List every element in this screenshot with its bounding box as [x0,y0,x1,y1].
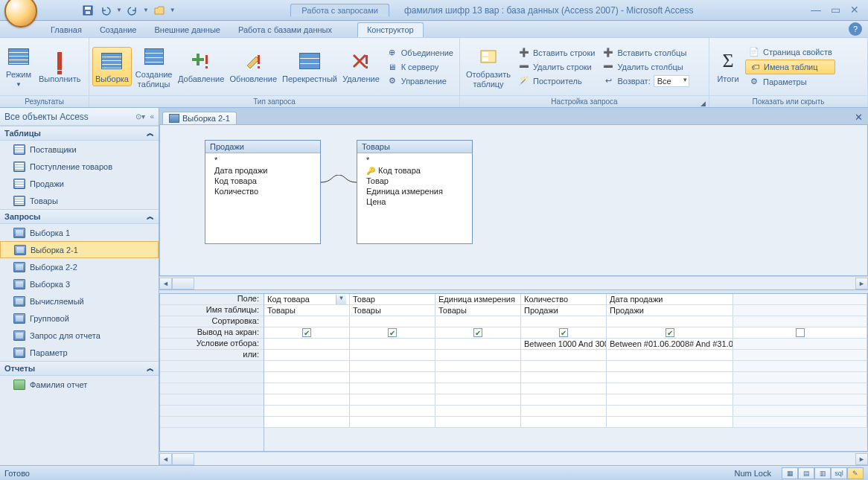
undo-icon[interactable] [98,3,113,18]
grid-cell-empty[interactable] [733,372,867,383]
view-sql-button[interactable]: sql [831,467,847,479]
field-star[interactable]: * [357,155,472,165]
grid-cell[interactable] [264,350,350,360]
grid-cell[interactable] [521,406,607,416]
field-key[interactable]: 🔑Код товара [357,165,472,176]
grid-cell[interactable] [435,394,521,405]
tab-home[interactable]: Главная [42,23,91,37]
nav-item[interactable]: Фамилия отчет [0,376,159,393]
nav-item[interactable]: Поступление товаров [0,158,159,175]
run-button[interactable]: Выполнить [36,48,83,86]
grid-cell[interactable] [521,361,607,371]
nav-item[interactable]: Вычисляемый [0,292,159,310]
checkbox[interactable]: ✔ [388,328,397,337]
checkbox[interactable]: ✔ [302,328,311,337]
grid-cell[interactable] [607,406,733,416]
grid-cell-empty[interactable] [733,327,867,338]
grid-cell[interactable] [607,394,733,405]
grid-cell[interactable]: ✔ [607,327,733,338]
view-datasheet-button[interactable]: ▦ [782,467,798,479]
field[interactable]: Товар [357,176,472,186]
grid-cell-empty[interactable] [733,406,867,416]
table-box-products[interactable]: Товары * 🔑Код товара Товар Единица измер… [357,140,473,244]
grid-cell[interactable] [264,372,350,383]
field[interactable]: Единица измерения [357,186,472,196]
open-folder-icon[interactable] [152,3,167,18]
tab-design[interactable]: Конструктор [357,22,424,37]
grid-cell[interactable]: Продажи [521,305,607,316]
grid-cell[interactable]: Товары [435,305,521,316]
nav-item[interactable]: Запрос для отчета [0,327,159,344]
grid-cell-empty[interactable] [733,294,867,304]
field-star[interactable]: * [205,155,320,165]
lower-hscroll[interactable]: ◄ ► [159,452,868,465]
grid-cell[interactable]: Товар [350,294,435,304]
tab-external[interactable]: Внешние данные [146,23,229,37]
grid-cell[interactable] [607,383,733,394]
scroll-left-icon[interactable]: ◄ [159,278,172,289]
nav-header[interactable]: Все объекты Access ⊙▾ « [0,108,159,126]
query-design-relationships[interactable]: Продажи * Дата продажи Код товара Количе… [159,124,868,276]
help-button[interactable]: ? [849,22,862,36]
grid-cell[interactable]: ✔ [435,327,521,338]
close-button[interactable]: ✕ [847,4,862,16]
grid-cell[interactable] [521,372,607,383]
dialog-launcher-icon[interactable]: ◢ [698,97,707,106]
grid-cell[interactable] [607,350,733,360]
crosstab-button[interactable]: Перекрестный [281,48,339,86]
checkbox[interactable]: ✔ [666,328,674,337]
grid-cell[interactable] [264,316,350,327]
grid-cell[interactable]: ✔ [521,327,607,338]
grid-cell[interactable] [435,361,521,371]
delete-cols-button[interactable]: ➖Удалить столбцы [599,60,692,74]
undo-dropdown-icon[interactable]: ▼ [116,7,122,13]
nav-item[interactable]: Выборка 3 [0,275,159,292]
grid-cell[interactable] [521,417,607,427]
grid-cell[interactable] [435,316,521,327]
grid-cell-empty[interactable] [733,394,867,405]
grid-cell-empty[interactable] [733,316,867,327]
grid-cell[interactable]: Товары [350,305,435,316]
tab-dbtools[interactable]: Работа с базами данных [229,23,341,37]
return-dropdown[interactable]: Все [654,75,689,87]
grid-cell-empty[interactable] [733,417,867,427]
grid-cell[interactable] [521,383,607,394]
restore-button[interactable]: ▭ [828,4,843,16]
maketable-button[interactable]: Создание таблицы [133,43,174,91]
grid-cell[interactable]: Количество [521,294,607,304]
grid-cell[interactable] [435,350,521,360]
nav-item[interactable]: Товары [0,192,159,209]
checkbox[interactable]: ✔ [559,328,568,337]
view-pivotchart-button[interactable]: ▥ [814,467,831,479]
select-query-button[interactable]: Выборка [92,47,132,86]
grid-cell[interactable]: ✔ [264,327,350,338]
grid-cell[interactable]: Товары [264,305,350,316]
cell-dropdown-icon[interactable]: ▼ [336,295,346,304]
grid-cell[interactable]: Единица измерения [435,294,521,304]
builder-button[interactable]: 🪄Построитель [515,74,598,88]
property-sheet-button[interactable]: 📄Страница свойств [745,45,835,59]
grid-cell-empty[interactable] [733,339,867,349]
grid-cell-empty[interactable] [733,383,867,394]
grid-cell[interactable] [350,406,435,416]
datadef-button[interactable]: ⚙Управление [383,74,456,88]
grid-cell[interactable] [264,417,350,427]
insert-cols-button[interactable]: ➕Вставить столбцы [599,46,692,60]
nav-item[interactable]: Выборка 2-1 [0,241,159,258]
scroll-right-icon[interactable]: ► [855,453,868,465]
grid-cell[interactable]: Код товара▼ [264,294,350,304]
grid-cell-empty[interactable] [733,350,867,360]
scroll-right-icon[interactable]: ► [855,278,868,289]
table-names-button[interactable]: 🏷Имена таблиц [745,60,835,74]
grid-cell[interactable] [435,339,521,349]
update-button[interactable]: Обновление [228,48,279,86]
grid-cell[interactable]: ✔ [350,327,435,338]
grid-cell[interactable] [435,417,521,427]
grid-cell[interactable]: Between #01.06.2008# And #31.08.2008# [607,339,733,349]
insert-rows-button[interactable]: ➕Вставить строки [515,46,598,60]
scroll-thumb[interactable] [172,278,194,289]
grid-cell[interactable] [264,394,350,405]
grid-cell[interactable] [435,383,521,394]
field[interactable]: Дата продажи [205,165,320,176]
scroll-left-icon[interactable]: ◄ [159,453,172,465]
